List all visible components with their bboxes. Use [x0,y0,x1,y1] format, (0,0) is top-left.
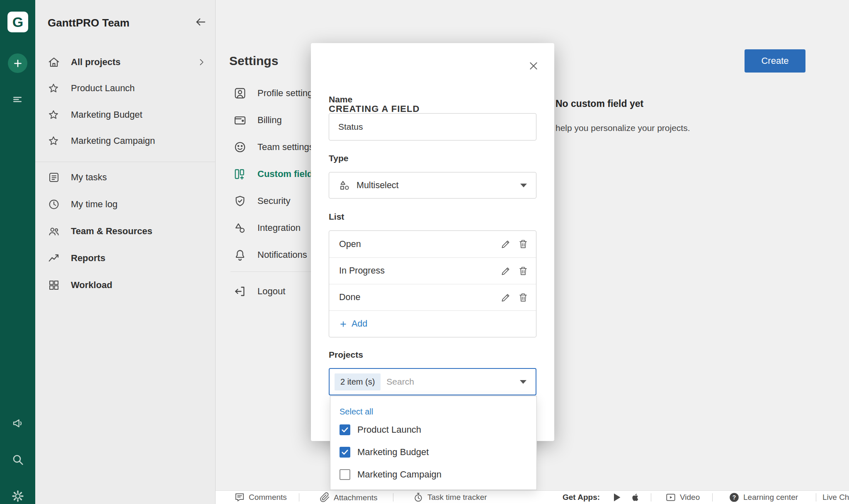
sidebar-item-label: Product Launch [71,83,135,94]
sidebar-item-my-tasks[interactable]: My tasks [35,164,215,191]
logout-icon [233,285,247,298]
name-input[interactable] [329,113,536,141]
grid-icon [48,279,60,291]
type-select[interactable]: Multiselect [329,172,536,199]
sidebar-item-label: Marketing Budget [71,109,142,120]
selected-count-badge: 2 item (s) [335,373,381,390]
create-field-button[interactable]: Create [745,49,805,73]
add-label: Add [352,319,367,329]
project-option-product-launch[interactable]: Product Launch [330,419,536,441]
list-option-row: Open [329,231,536,257]
projects-multiselect[interactable]: 2 item (s) [329,368,536,395]
toolbar-divider [299,493,299,502]
settings-item-label: Security [257,196,290,206]
toolbar-divider [651,493,651,502]
task-time-tracker-button[interactable]: Task time tracker [413,492,487,503]
sidebar-item-label: My time log [71,199,117,210]
team-settings-icon [233,141,247,154]
sidebar-item-product-launch[interactable]: Product Launch [35,75,215,102]
sidebar-item-workload[interactable]: Workload [35,271,215,298]
sidebar-item-my-time-log[interactable]: My time log [35,191,215,218]
sidebar-item-label: Team & Resources [71,226,152,237]
list-label: List [329,212,344,222]
sidebar-item-team-resources[interactable]: Team & Resources [35,218,215,245]
video-button[interactable]: Video [665,492,700,503]
search-icon[interactable] [11,453,24,466]
multiselect-type-icon [338,179,351,191]
comments-button[interactable]: Comments [234,492,287,503]
edit-icon[interactable] [500,239,511,250]
projects-search-input[interactable] [386,377,520,387]
help-circle-icon: ? [729,492,740,503]
bottom-toolbar: Comments Attachments Task time tracker G… [216,490,849,504]
clock-icon [48,198,60,211]
bell-icon [233,248,247,262]
chevron-down-icon [520,380,526,384]
get-apps-label: Get Apps: [563,493,600,502]
settings-item-label: Custom fields [257,169,318,179]
apple-icon[interactable] [630,492,641,503]
logo-letter: G [12,14,23,30]
name-label: Name [329,94,352,104]
settings-item-label: Billing [257,115,282,126]
chevron-down-icon [520,184,527,187]
list-option-label: Open [339,239,361,250]
learning-center-label: Learning center [743,493,798,502]
wallet-icon [233,114,247,127]
project-sidebar: GanttPRO Team All projects Product Launc… [35,0,216,504]
people-icon [48,225,60,237]
checkbox-icon[interactable] [340,447,350,458]
edit-icon[interactable] [500,292,511,303]
settings-gear-icon[interactable] [11,489,24,503]
close-icon [528,60,539,72]
settings-item-label: Team settings [257,142,314,153]
add-button[interactable] [8,53,27,73]
plus-icon [339,320,347,328]
project-option-marketing-campaign[interactable]: Marketing Campaign [330,463,536,486]
close-button[interactable] [528,60,539,72]
list-options-box: Open In Progress Done [329,230,536,337]
projects-label: Projects [329,350,363,360]
announcements-icon[interactable] [11,417,24,430]
projects-dropdown-panel: Select all Product Launch Marketing Budg… [330,396,537,490]
delete-icon[interactable] [518,292,529,303]
empty-state-title: No custom field yet [555,98,643,109]
comments-label: Comments [249,493,287,502]
sidebar-item-reports[interactable]: Reports [35,245,215,271]
shield-check-icon [233,194,247,208]
brand-rail: G [0,0,35,504]
add-list-option-button[interactable]: Add [329,310,536,337]
project-option-marketing-budget[interactable]: Marketing Budget [330,441,536,463]
star-icon [48,135,60,147]
live-chat-label: Live Chat [822,493,849,502]
delete-icon[interactable] [518,266,529,276]
chevron-right-icon [197,58,206,67]
settings-item-label: Logout [257,286,285,297]
delete-icon[interactable] [518,239,529,250]
sidebar-item-all-projects[interactable]: All projects [35,49,215,75]
svg-text:?: ? [733,494,736,501]
star-icon [48,82,60,94]
google-play-icon[interactable] [612,492,622,502]
project-option-label: Marketing Budget [357,447,429,458]
checkbox-icon[interactable] [340,424,350,435]
checkbox-icon[interactable] [340,469,350,480]
sidebar-item-marketing-campaign[interactable]: Marketing Campaign [35,128,215,155]
type-label: Type [329,153,348,163]
shapes-icon [233,221,247,235]
select-all-link[interactable]: Select all [330,400,373,419]
home-icon [48,56,60,68]
sidebar-item-label: Marketing Campaign [71,136,155,146]
ganttpro-logo-icon: G [7,12,28,32]
video-label: Video [680,493,700,502]
menu-button[interactable] [11,93,24,106]
sidebar-item-marketing-budget[interactable]: Marketing Budget [35,102,215,128]
project-option-label: Marketing Campaign [357,469,441,480]
attachments-button[interactable]: Attachments [320,492,378,503]
sidebar-item-label: My tasks [71,172,107,183]
edit-icon[interactable] [500,266,511,276]
learning-center-button[interactable]: ? Learning center [729,492,798,503]
live-chat-button[interactable]: Live Chat [822,493,849,502]
collapse-sidebar-button[interactable] [194,16,207,28]
empty-state-subtitle: help you personalize your projects. [555,123,690,133]
